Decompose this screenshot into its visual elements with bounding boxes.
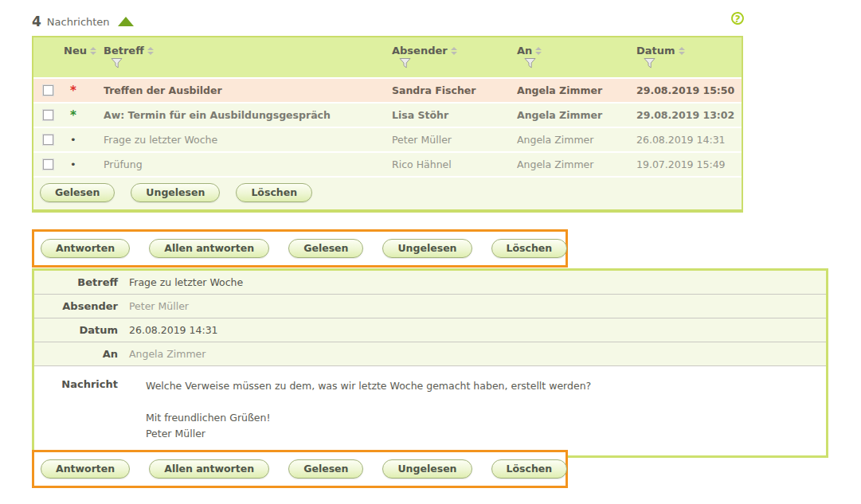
- message-detail-panel: Betreff Frage zu letzter Woche Absender …: [32, 268, 828, 458]
- collapse-triangle-icon[interactable]: [118, 17, 134, 26]
- table-row[interactable]: * Aw: Termin für ein Ausbildungsgespräch…: [33, 104, 742, 127]
- table-row[interactable]: * Treffen der Ausbilder Sandra Fischer A…: [33, 79, 742, 102]
- table-actions: Gelesen Ungelesen Löschen: [33, 178, 742, 209]
- unread-marker-icon: *: [64, 111, 104, 119]
- read-marker-icon: •: [64, 134, 104, 146]
- column-label-absender: Absender: [392, 45, 448, 57]
- table-row[interactable]: • Frage zu letzter Woche Peter Müller An…: [33, 128, 742, 151]
- messages-title: Nachrichten: [47, 16, 110, 28]
- detail-value: Peter Müller: [129, 300, 189, 312]
- loeschen-button[interactable]: Löschen: [491, 459, 568, 479]
- row-checkbox[interactable]: [43, 159, 53, 170]
- cell-absender: Sandra Fischer: [392, 84, 517, 96]
- cell-an: Angela Zimmer: [517, 158, 636, 170]
- cell-betreff: Frage zu letzter Woche: [104, 134, 392, 146]
- message-line: Welche Verweise müssen zu dem, was wir l…: [146, 378, 591, 394]
- detail-label: Datum: [34, 324, 118, 336]
- column-header-absender: Absender: [392, 37, 517, 77]
- column-header-datum: Datum: [636, 37, 742, 77]
- cell-datum: 19.07.2019 15:49: [636, 158, 742, 170]
- unread-marker-icon: *: [64, 87, 104, 95]
- sort-icon[interactable]: [90, 46, 96, 55]
- detail-row-betreff: Betreff Frage zu letzter Woche: [34, 271, 826, 295]
- messages-count: 4: [32, 14, 41, 29]
- detail-label: Absender: [34, 300, 118, 312]
- ungelesen-button[interactable]: Ungelesen: [131, 183, 220, 202]
- help-icon[interactable]: ?: [730, 11, 745, 25]
- sort-icon[interactable]: [679, 46, 685, 55]
- detail-row-nachricht: Nachricht Welche Verweise müssen zu dem,…: [34, 366, 826, 455]
- cell-datum: 29.08.2019 13:02: [636, 109, 742, 121]
- ungelesen-button[interactable]: Ungelesen: [382, 459, 472, 479]
- filter-icon[interactable]: [644, 58, 656, 68]
- message-toolbar-top: Antworten Allen antworten Gelesen Ungele…: [32, 229, 568, 268]
- message-blank-line: [146, 394, 591, 410]
- cell-datum: 29.08.2019 15:50: [636, 84, 742, 96]
- column-label-an: An: [517, 45, 532, 57]
- filter-icon[interactable]: [111, 58, 123, 68]
- sort-icon[interactable]: [147, 46, 154, 55]
- message-toolbar-bottom: Antworten Allen antworten Gelesen Ungele…: [32, 450, 568, 488]
- table-row[interactable]: • Prüfung Rico Hähnel Angela Zimmer 19.0…: [33, 153, 742, 176]
- detail-value: Angela Zimmer: [129, 348, 205, 360]
- cell-betreff: Prüfung: [104, 158, 392, 170]
- row-checkbox[interactable]: [43, 85, 53, 96]
- message-line: Mit freundlichen Grüßen!: [146, 410, 591, 426]
- column-label-neu: Neu: [64, 45, 87, 57]
- gelesen-button[interactable]: Gelesen: [40, 183, 115, 202]
- messages-table: Neu Betreff Absender An: [32, 36, 743, 213]
- read-marker-icon: •: [64, 158, 104, 170]
- cell-absender: Rico Hähnel: [392, 158, 517, 170]
- detail-label: An: [34, 348, 118, 360]
- row-checkbox[interactable]: [43, 135, 53, 145]
- detail-label: Nachricht: [34, 378, 118, 390]
- messages-header: 4 Nachrichten ?: [32, 11, 746, 32]
- allen-antworten-button[interactable]: Allen antworten: [149, 459, 269, 479]
- filter-icon[interactable]: [399, 58, 411, 68]
- column-header-neu: Neu: [64, 37, 104, 77]
- cell-an: Angela Zimmer: [517, 109, 636, 121]
- sort-icon[interactable]: [451, 46, 457, 55]
- gelesen-button[interactable]: Gelesen: [288, 459, 363, 479]
- filter-icon[interactable]: [524, 58, 536, 68]
- detail-row-absender: Absender Peter Müller: [34, 295, 826, 318]
- allen-antworten-button[interactable]: Allen antworten: [149, 239, 269, 258]
- column-label-datum: Datum: [636, 45, 675, 57]
- row-checkbox[interactable]: [43, 110, 53, 120]
- cell-an: Angela Zimmer: [517, 134, 636, 146]
- sort-icon[interactable]: [535, 46, 542, 55]
- detail-value: 26.08.2019 14:31: [129, 324, 218, 336]
- column-header-betreff: Betreff: [104, 37, 392, 77]
- column-header-an: An: [517, 37, 636, 77]
- cell-betreff: Treffen der Ausbilder: [104, 84, 392, 96]
- cell-absender: Lisa Stöhr: [392, 109, 517, 121]
- loeschen-button[interactable]: Löschen: [236, 183, 312, 202]
- antworten-button[interactable]: Antworten: [41, 239, 130, 258]
- column-label-betreff: Betreff: [104, 45, 144, 57]
- message-body: Welche Verweise müssen zu dem, was wir l…: [146, 378, 591, 442]
- detail-value: Frage zu letzter Woche: [129, 276, 243, 288]
- detail-row-an: An Angela Zimmer: [34, 342, 826, 366]
- ungelesen-button[interactable]: Ungelesen: [382, 239, 472, 258]
- cell-an: Angela Zimmer: [517, 84, 636, 96]
- table-header-row: Neu Betreff Absender An: [33, 37, 742, 77]
- column-header-checkbox: [33, 37, 64, 77]
- message-line: Peter Müller: [146, 426, 591, 442]
- cell-betreff: Aw: Termin für ein Ausbildungsgespräch: [104, 109, 392, 121]
- gelesen-button[interactable]: Gelesen: [288, 239, 363, 258]
- detail-row-datum: Datum 26.08.2019 14:31: [34, 318, 826, 342]
- antworten-button[interactable]: Antworten: [41, 459, 130, 479]
- cell-absender: Peter Müller: [392, 134, 517, 146]
- detail-label: Betreff: [34, 276, 118, 288]
- loeschen-button[interactable]: Löschen: [491, 239, 568, 258]
- cell-datum: 26.08.2019 14:31: [636, 134, 742, 146]
